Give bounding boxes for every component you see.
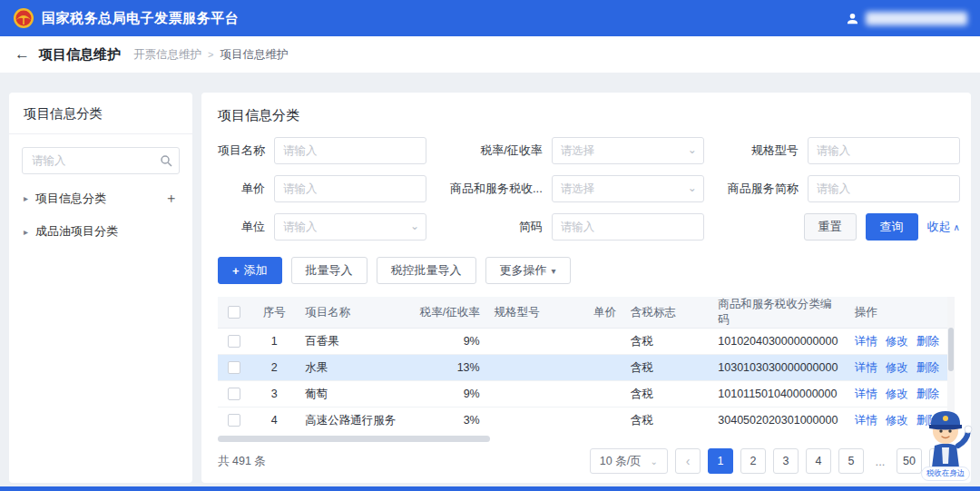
caret-right-icon: ▸	[24, 227, 28, 237]
mascot-illustration	[918, 400, 973, 471]
modify-link[interactable]: 修改	[886, 361, 908, 374]
col-index: 序号	[250, 297, 298, 329]
tax-batch-import-button[interactable]: 税控批量导入	[377, 257, 476, 284]
tree-item[interactable]: ▸项目信息分类＋	[9, 182, 192, 215]
unit-select[interactable]	[274, 213, 426, 241]
add-button[interactable]: + 添加	[218, 257, 282, 284]
page-button[interactable]: 2	[740, 448, 766, 474]
more-actions-button[interactable]: 更多操作 ▾	[485, 257, 571, 284]
tree-item[interactable]: ▸成品油项目分类	[9, 215, 192, 248]
collapse-link[interactable]: 收起∧	[927, 219, 960, 235]
page-size-value: 10 条/页	[600, 454, 642, 469]
row-taxflag: 含税	[623, 329, 710, 355]
search-form: 项目名称税率/征收率⌄规格型号单价商品和服务税收...⌄商品服务简称单位⌄简码重…	[218, 137, 955, 241]
breadcrumb-bar: ← 项目信息维护 开票信息维护 > 项目信息维护	[0, 36, 980, 73]
delete-link[interactable]: 删除	[916, 361, 939, 374]
row-taxflag: 含税	[623, 381, 710, 408]
row-checkbox[interactable]	[228, 335, 240, 348]
add-button-label: 添加	[244, 262, 268, 279]
row-index: 1	[250, 329, 298, 355]
row-code: 1010115010400000000	[710, 381, 847, 408]
query-button[interactable]: 查询	[866, 213, 918, 241]
field-label: 单价	[218, 181, 274, 197]
page-button[interactable]: 5	[838, 448, 864, 474]
row-name: 水果	[298, 355, 405, 381]
items-table-container: 序号 项目名称 税率/征收率 规格型号 单价 含税标志 商品和服务税收分类编码 …	[218, 297, 955, 433]
col-spec: 规格型号	[487, 297, 571, 329]
row-spec	[487, 408, 571, 434]
delete-link[interactable]: 删除	[916, 335, 939, 348]
modify-link[interactable]: 修改	[886, 388, 908, 400]
modify-link[interactable]: 修改	[886, 335, 908, 348]
horizontal-scrollbar-thumb[interactable]	[218, 436, 490, 442]
row-rate: 13%	[405, 355, 486, 381]
table-row[interactable]: 2水果13%含税1030103030000000000详情修改删除	[218, 355, 955, 381]
row-price	[571, 381, 623, 408]
row-spec	[487, 355, 571, 381]
row-taxflag: 含税	[623, 355, 710, 381]
row-checkbox[interactable]	[228, 414, 240, 427]
horizontal-scrollbar[interactable]	[218, 435, 955, 443]
caret-right-icon: ▸	[24, 193, 28, 203]
reset-button[interactable]: 重置	[804, 213, 857, 241]
table-row[interactable]: 1百香果9%含税1010204030000000000详情修改删除	[218, 329, 955, 355]
assistant-mascot[interactable]: 税收在身边	[916, 400, 975, 481]
row-checkbox[interactable]	[228, 388, 240, 400]
field-label: 商品和服务税收...	[450, 181, 552, 197]
col-price: 单价	[571, 297, 623, 329]
form-field: 项目名称	[218, 137, 426, 164]
row-index: 4	[250, 408, 298, 434]
field-label: 商品服务简称	[728, 181, 808, 197]
search-icon[interactable]	[160, 154, 172, 167]
select-all-checkbox[interactable]	[228, 306, 240, 319]
unit-price-input[interactable]	[274, 175, 426, 202]
row-rate: 9%	[405, 381, 486, 408]
page-size-select[interactable]: 10 条/页 ⌄	[590, 448, 668, 474]
goods-tax-category-select[interactable]	[552, 175, 704, 202]
table-header-row: 序号 项目名称 税率/征收率 规格型号 单价 含税标志 商品和服务税收分类编码 …	[218, 297, 955, 329]
page-button[interactable]: 1	[708, 448, 733, 474]
tax-rate-select[interactable]	[552, 137, 704, 164]
vertical-scrollbar-thumb[interactable]	[948, 328, 954, 371]
goods-short-name-input[interactable]	[808, 175, 960, 202]
field-label: 税率/征收率	[450, 142, 552, 159]
row-spec	[487, 381, 571, 408]
detail-link[interactable]: 详情	[855, 361, 877, 374]
modify-link[interactable]: 修改	[886, 414, 908, 427]
back-button[interactable]: ←	[15, 45, 30, 64]
detail-link[interactable]: 详情	[855, 414, 877, 427]
breadcrumb-item[interactable]: 开票信息维护	[133, 47, 201, 63]
row-name: 百香果	[298, 329, 405, 355]
detail-link[interactable]: 详情	[855, 388, 877, 400]
username-blurred	[866, 12, 967, 25]
add-category-icon[interactable]: ＋	[164, 190, 178, 207]
row-taxflag: 含税	[623, 408, 710, 434]
search-input[interactable]	[22, 147, 180, 174]
prev-page-button[interactable]: ‹	[675, 448, 701, 474]
tree-item-label: 项目信息分类	[35, 191, 106, 207]
project-name-input[interactable]	[274, 137, 426, 164]
page-button[interactable]: 4	[806, 448, 831, 474]
field-label: 规格型号	[728, 142, 808, 159]
dropdown-caret-icon: ▾	[552, 266, 556, 276]
row-checkbox[interactable]	[228, 361, 240, 374]
app-window: 国家税务总局电子发票服务平台 ← 项目信息维护 开票信息维护 > 项目信息维护 …	[0, 0, 980, 491]
chevron-up-icon: ∧	[954, 222, 960, 232]
field-label: 简码	[450, 219, 552, 235]
col-rate: 税率/征收率	[405, 297, 486, 329]
short-code-input[interactable]	[552, 213, 704, 241]
spec-model-input[interactable]	[808, 137, 960, 164]
form-field: 单位⌄	[218, 213, 426, 241]
page-ellipsis[interactable]: ...	[871, 455, 889, 468]
row-name: 高速公路通行服务	[298, 408, 405, 434]
top-header: 国家税务总局电子发票服务平台	[0, 0, 980, 36]
pagination: 10 条/页 ⌄ ‹ 12345...50 ›	[590, 448, 955, 474]
page-button[interactable]: 3	[773, 448, 799, 474]
batch-import-button[interactable]: 批量导入	[291, 257, 368, 284]
user-account[interactable]	[846, 12, 967, 25]
delete-link[interactable]: 删除	[916, 388, 939, 400]
table-row[interactable]: 3葡萄9%含税1010115010400000000详情修改删除	[218, 381, 955, 408]
collapse-label: 收起	[927, 219, 951, 235]
detail-link[interactable]: 详情	[855, 335, 877, 348]
table-row[interactable]: 4高速公路通行服务3%含税3040502020301000000详情修改删除	[218, 408, 955, 434]
